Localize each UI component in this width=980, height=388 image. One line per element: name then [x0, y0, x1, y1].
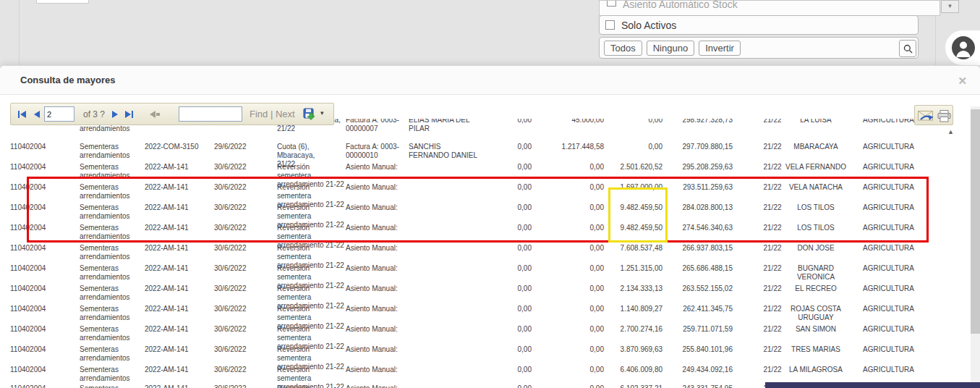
- cell-credit: 45.000,00: [539, 119, 604, 125]
- print-icon[interactable]: [937, 110, 951, 125]
- cell-holder: EL RECREO: [781, 284, 851, 293]
- search-button[interactable]: [899, 40, 916, 57]
- cell-activity: AGRICULTURA: [863, 305, 915, 313]
- cell-holder: LA LUISA: [781, 119, 851, 125]
- cell-credit: 0,00: [539, 244, 604, 253]
- cell-ref: Asiento Manual:: [346, 366, 408, 374]
- report-toolbar: of 3 ? Find | Next ▾: [10, 103, 334, 125]
- dialog-header: Consulta de mayores ✕: [0, 66, 980, 95]
- checkbox-solo-activos[interactable]: [605, 20, 615, 30]
- cell-ref: Asiento Manual:: [346, 384, 408, 388]
- table-row: 110402004Sementeras arrendamientos2022-A…: [0, 363, 970, 383]
- cell-ref: Factura A: 0003- 00000010: [346, 143, 408, 160]
- cell-date: 29/6/2022: [214, 143, 265, 151]
- cell-doc: 2022-COM-3150: [145, 143, 211, 151]
- table-row: 110402004Sementeras arrendamientos2022-A…: [0, 322, 970, 342]
- first-page-button[interactable]: [18, 111, 26, 118]
- cell-balance: 243.331.754,95: [671, 384, 733, 388]
- cell-ref: Asiento Manual:: [346, 284, 408, 293]
- cell-name: ELIAS MARIA DEL PILAR: [409, 119, 481, 133]
- background-window-fragment: [36, 0, 89, 4]
- scroll-up-icon[interactable]: ▲: [947, 128, 954, 135]
- table-row: 110402004Sementeras arrendamientos2022-C…: [0, 140, 970, 160]
- cell-doc: 2022-AM-141: [145, 384, 211, 388]
- export-caret-icon[interactable]: ▾: [320, 109, 324, 117]
- table-row: 110402004Sementeras arrendamientos2022-A…: [0, 261, 970, 282]
- email-export-icon[interactable]: [918, 110, 934, 125]
- cell-credit: 0,00: [539, 345, 604, 354]
- cell-credit: 0,00: [539, 384, 604, 388]
- cell-amount: 1.140.809,27: [606, 305, 662, 313]
- close-icon[interactable]: ✕: [958, 75, 967, 88]
- yellow-annotation-box: [608, 187, 668, 242]
- table-row: 110402004Sementeras arrendamientos2022-A…: [0, 282, 970, 302]
- cell-amount: 2.700.274,16: [606, 325, 662, 334]
- cell-account: 110402004: [10, 325, 75, 334]
- solo-activos-panel: Solo Activos: [599, 15, 919, 35]
- cell-doc: 2022-AM-141: [145, 264, 211, 273]
- cell-holder: BUGNARD VERONICA: [781, 264, 851, 282]
- last-page-button[interactable]: [125, 111, 133, 118]
- cell-holder: LA MILAGROSA: [781, 366, 851, 374]
- invertir-button[interactable]: Invertir: [699, 41, 741, 56]
- cell-account: 110402004: [10, 244, 75, 253]
- back-arrow-icon[interactable]: [150, 111, 160, 118]
- find-text-input[interactable]: [179, 106, 242, 122]
- cell-debit: 0,00: [474, 119, 532, 125]
- cell-ref: Asiento Manual:: [346, 305, 408, 313]
- cell-amount: 3.870.969,63: [606, 345, 662, 354]
- cell-holder: TRES MARIAS: [781, 345, 851, 354]
- cell-account: 110402004: [10, 305, 75, 313]
- cell-activity: AGRICULTURA: [863, 143, 915, 151]
- cell-concept: Sementeras arrendamientos: [80, 244, 143, 261]
- cell-activity: AGRICULTURA: [863, 325, 915, 334]
- cell-credit: 0,00: [539, 264, 604, 273]
- cell-holder: VELA FERNANDO: [781, 163, 851, 172]
- cell-amount: 6.406.009,80: [606, 366, 662, 374]
- ledger-table: 110402004Sementeras arrendamientos2022-C…: [0, 119, 970, 388]
- cell-doc: 2022-AM-141: [145, 305, 211, 313]
- cell-doc: 2022-AM-141: [145, 244, 211, 253]
- find-next-links[interactable]: Find | Next: [250, 109, 295, 119]
- export-save-icon[interactable]: [303, 108, 316, 124]
- filter-dropdown-list[interactable]: Asiento Automático Stock: [599, 0, 940, 16]
- cell-account: 110402004: [10, 163, 75, 172]
- background-divider: [935, 13, 936, 65]
- cell-debit: 0,00: [474, 366, 532, 374]
- page-number-input[interactable]: [44, 106, 74, 122]
- checkbox-asiento-automatico[interactable]: [607, 0, 616, 7]
- cell-doc: 2022-AM-141: [145, 325, 211, 334]
- dropdown-item-label: Asiento Automático Stock: [623, 0, 738, 10]
- scrollbar-thumb[interactable]: [971, 109, 980, 334]
- next-page-button[interactable]: [112, 111, 118, 118]
- previous-page-button[interactable]: [34, 111, 40, 118]
- cell-amount: 6.102.337,21: [606, 384, 662, 388]
- cell-date: 30/6/2022: [214, 384, 265, 388]
- cell-balance: 266.937.803,15: [671, 244, 733, 253]
- cell-date: 30/6/2022: [214, 244, 265, 253]
- cell-account: 110402004: [10, 345, 75, 354]
- cell-account: 110402004: [10, 284, 75, 293]
- cell-desc: Reversión sementera arrendamiento 21-22: [277, 384, 346, 388]
- cell-holder: DON JOSE: [781, 244, 851, 253]
- cell-credit: 0,00: [539, 305, 604, 313]
- chevron-down-icon[interactable]: ▼: [941, 0, 959, 13]
- cell-credit: 0,00: [539, 163, 604, 172]
- ninguno-button[interactable]: Ninguno: [647, 41, 694, 56]
- background-divider: [19, 0, 20, 65]
- cell-account: 110402004: [10, 143, 75, 151]
- cell-balance: 295.208.259,63: [671, 163, 733, 172]
- cell-credit: 1.217.448,58: [539, 143, 604, 151]
- cell-holder: MBARACAYA: [781, 143, 851, 151]
- table-row: 110402004Sementeras arrendamientos2022-A…: [0, 342, 970, 363]
- selection-buttons-panel: Todos Ninguno Invertir: [599, 37, 919, 59]
- cell-amount: 0,00: [606, 143, 662, 151]
- todos-button[interactable]: Todos: [604, 41, 642, 56]
- cell-ref: Factura A: 0003- 00000007: [346, 119, 408, 133]
- cell-debit: 0,00: [474, 284, 532, 293]
- red-annotation-box: [27, 177, 929, 242]
- cell-amount: 0,00: [606, 119, 662, 125]
- cell-credit: 0,00: [539, 366, 604, 374]
- consulta-de-mayores-dialog: Consulta de mayores ✕ 110402004Sementera…: [0, 65, 980, 388]
- avatar[interactable]: [945, 30, 980, 65]
